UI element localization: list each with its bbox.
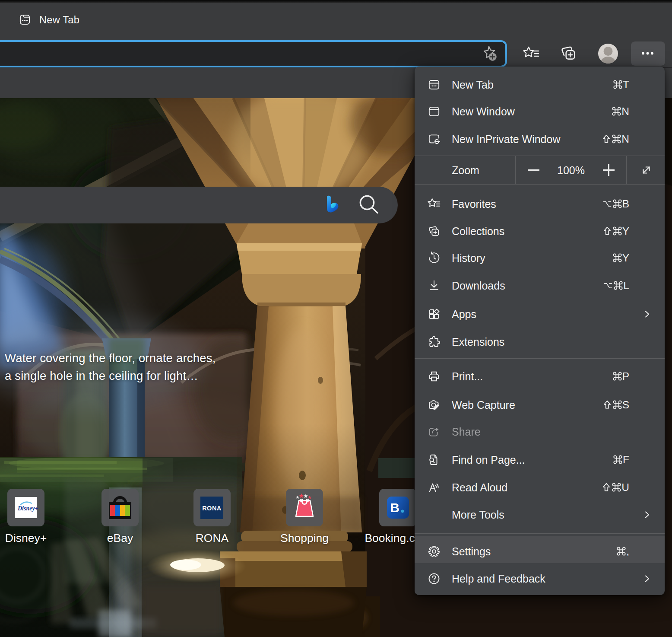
svg-text:B: B [390,500,399,515]
svg-text:Disney+: Disney+ [17,505,38,512]
svg-text:RONA: RONA [202,505,222,512]
